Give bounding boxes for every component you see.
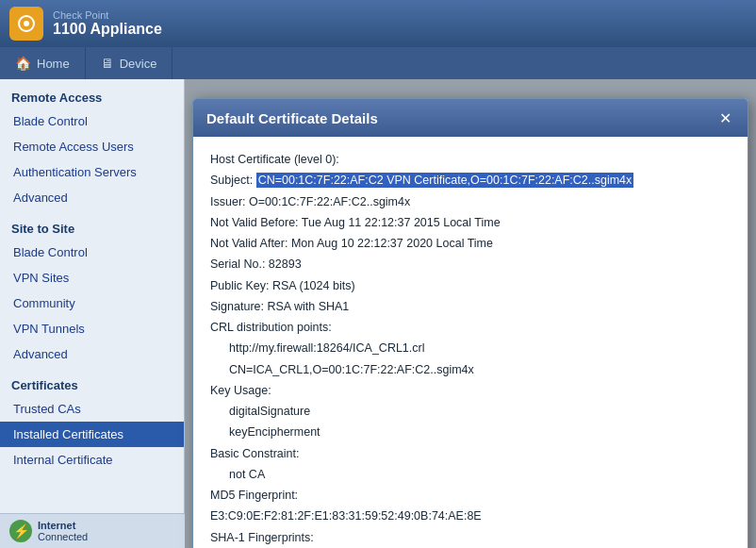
modal-title: Default Certificate Details [206, 110, 378, 126]
sidebar-item-advanced-sts[interactable]: Advanced [0, 341, 184, 367]
app-title: Check Point 1100 Appliance [53, 9, 162, 38]
field-key-encipherment: keyEncipherment [210, 423, 731, 442]
nav-tabs: 🏠 Home 🖥 Device [0, 47, 756, 79]
sidebar-item-community[interactable]: Community [0, 291, 184, 316]
modal-overlay: Default Certificate Details ✕ Host Certi… [185, 79, 756, 548]
connected-icon: ⚡ [9, 520, 32, 542]
modal-x-button[interactable]: ✕ [715, 108, 734, 127]
home-icon: 🏠 [15, 56, 31, 71]
sidebar-section-remote-access: Remote Access [0, 83, 184, 108]
sidebar-item-vpn-sites[interactable]: VPN Sites [0, 265, 184, 291]
sidebar-item-trusted-cas[interactable]: Trusted CAs [0, 396, 184, 422]
field-md5-value: E3:C9:0E:F2:81:2F:E1:83:31:59:52:49:0B:7… [210, 506, 731, 526]
field-not-valid-after: Not Valid After: Mon Aug 10 22:12:37 202… [210, 234, 731, 254]
field-not-ca: not CA [210, 465, 731, 485]
field-digital-sig: digitalSignature [210, 402, 731, 422]
sidebar: Remote Access Blade Control Remote Acces… [0, 79, 185, 548]
field-crl-url: http://my.firewall:18264/ICA_CRL1.crl [210, 339, 731, 358]
sidebar-item-blade-control-ra[interactable]: Blade Control [0, 108, 184, 134]
sidebar-item-installed-certificates[interactable]: Installed Certificates [0, 422, 184, 447]
sidebar-section-certificates: Certificates [0, 371, 184, 396]
sidebar-section-site-to-site: Site to Site [0, 214, 184, 240]
top-bar: Check Point 1100 Appliance [0, 0, 756, 47]
field-key-usage: Key Usage: [210, 381, 731, 401]
field-sha1-label: SHA-1 Fingerprints: [210, 528, 731, 548]
field-md5-label: MD5 Fingerprint: [210, 486, 731, 506]
sidebar-item-remote-access-users[interactable]: Remote Access Users [0, 134, 184, 159]
app-logo [9, 7, 43, 41]
field-serial: Serial No.: 82893 [210, 255, 731, 274]
internet-status: ⚡ Internet Connected [0, 513, 185, 548]
sidebar-item-advanced-ra[interactable]: Advanced [0, 185, 184, 210]
modal-header: Default Certificate Details ✕ [193, 99, 748, 137]
subject-value: CN=00:1C:7F:22:AF:C2 VPN Certificate,O=0… [256, 173, 634, 188]
modal-body: Host Certificate (level 0): Subject: CN=… [193, 137, 748, 548]
sidebar-item-vpn-tunnels[interactable]: VPN Tunnels [0, 316, 184, 341]
main-layout: Remote Access Blade Control Remote Acces… [0, 79, 756, 548]
field-host-cert: Host Certificate (level 0): [210, 150, 731, 170]
tab-device[interactable]: 🖥 Device [86, 47, 173, 79]
field-subject: Subject: CN=00:1C:7F:22:AF:C2 VPN Certif… [210, 171, 731, 191]
sidebar-item-blade-control-sts[interactable]: Blade Control [0, 240, 184, 265]
sidebar-item-authentication-servers[interactable]: Authentication Servers [0, 159, 184, 185]
svg-point-2 [24, 21, 29, 26]
field-issuer: Issuer: O=00:1C:7F:22:AF:C2..sgim4x [210, 192, 731, 212]
sidebar-item-internal-certificate[interactable]: Internal Certificate [0, 447, 184, 473]
field-basic-constraint: Basic Constraint: [210, 444, 731, 464]
field-crl-dist: CRL distribution points: [210, 318, 731, 338]
content-area: Default Certificate Details ✕ Host Certi… [185, 79, 756, 548]
field-public-key: Public Key: RSA (1024 bits) [210, 276, 731, 296]
device-icon: 🖥 [101, 56, 114, 71]
field-not-valid-before: Not Valid Before: Tue Aug 11 22:12:37 20… [210, 213, 731, 233]
tab-home[interactable]: 🏠 Home [0, 47, 86, 79]
field-signature: Signature: RSA with SHA1 [210, 297, 731, 317]
field-crl-cn: CN=ICA_CRL1,O=00:1C:7F:22:AF:C2..sgim4x [210, 360, 731, 380]
certificate-details-modal: Default Certificate Details ✕ Host Certi… [192, 98, 748, 548]
